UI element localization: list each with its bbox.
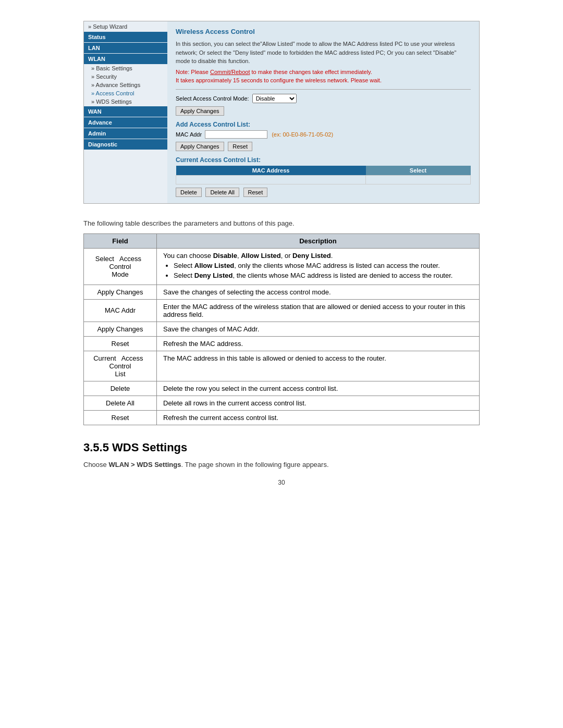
- desc-cell-8: Delete all rows in the current access co…: [157, 396, 480, 410]
- field-cell-7: Delete: [84, 381, 157, 396]
- list-item-2: Select Deny Listed, the clients whose MA…: [174, 272, 473, 279]
- mac-addr-label: MAC Addr: [176, 131, 202, 138]
- delete-button[interactable]: Delete: [176, 188, 202, 197]
- desc-table-header-field: Field: [84, 233, 157, 248]
- table-row: Apply Changes Save the changes of MAC Ad…: [84, 322, 480, 336]
- sidebar-header-diagnostic[interactable]: Diagnostic: [84, 139, 167, 150]
- table-row: Delete Delete the row you select in the …: [84, 381, 480, 396]
- mode-form-row: Select Access Control Mode: Disable Allo…: [176, 94, 471, 103]
- desc-cell-9: Refresh the current access control list.: [157, 410, 480, 425]
- sidebar-header-status[interactable]: Status: [84, 32, 167, 42]
- table-row: Reset Refresh the current access control…: [84, 410, 480, 425]
- sidebar-sub-basic-settings[interactable]: » Basic Settings: [84, 64, 167, 72]
- bullet-list-1: Select Allow Listed, only the clients wh…: [163, 262, 473, 279]
- table-header-select: Select: [366, 166, 471, 176]
- desc-cell-5: Refresh the MAC address.: [157, 336, 480, 351]
- current-section-title: Current Access Control List:: [176, 156, 471, 164]
- divider-1: [176, 89, 471, 90]
- commit-reboot-link[interactable]: Commit/Reboot: [210, 69, 250, 75]
- field-cell-8: Delete All: [84, 396, 157, 410]
- wds-section-intro: Choose WLAN > WDS Settings. The page sho…: [83, 461, 480, 468]
- list-item-1: Select Allow Listed, only the clients wh…: [174, 262, 473, 269]
- sidebar-header-wlan[interactable]: WLAN: [84, 54, 167, 64]
- reset-button-1[interactable]: Reset: [228, 142, 252, 151]
- desc-cell-1: You can choose Disable, Allow Listed, or…: [157, 248, 480, 285]
- sidebar-sub-security[interactable]: » Security: [84, 72, 167, 81]
- field-cell-1: Select Access ControlMode: [84, 248, 157, 285]
- desc-cell-3: Enter the MAC address of the wireless st…: [157, 299, 480, 322]
- note-line2: It takes approximately 15 seconds to con…: [176, 77, 382, 83]
- mac-row: MAC Addr (ex: 00-E0-86-71-05-02): [176, 130, 471, 139]
- table-header-mac: MAC Address: [176, 166, 366, 176]
- doc-content: The following table describes the parame…: [83, 219, 480, 486]
- add-section-title: Add Access Control List:: [176, 121, 471, 128]
- intro-text: The following table describes the parame…: [83, 219, 480, 227]
- mode-label: Select Access Control Mode:: [176, 95, 249, 102]
- apply-changes-button-1[interactable]: Apply Changes: [176, 106, 224, 116]
- wds-section-heading: 3.5.5 WDS Settings: [83, 441, 480, 454]
- sidebar-header-admin[interactable]: Admin: [84, 128, 167, 139]
- router-ui-screenshot: » Setup Wizard Status LAN WLAN » Basic S…: [83, 21, 480, 204]
- table-row: Reset Refresh the MAC address.: [84, 336, 480, 351]
- sidebar-header-wan[interactable]: WAN: [84, 106, 167, 117]
- table-row-empty: [176, 175, 471, 184]
- main-panel: Wireless Access Control In this section,…: [167, 21, 479, 203]
- apply-changes-button-2[interactable]: Apply Changes: [176, 142, 224, 151]
- page-wrapper: » Setup Wizard Status LAN WLAN » Basic S…: [0, 0, 563, 507]
- desc-table-header-desc: Description: [157, 233, 480, 248]
- description-text: In this section, you can select the"Allo…: [176, 40, 471, 66]
- field-cell-2: Apply Changes: [84, 285, 157, 299]
- table-row: MAC Addr Enter the MAC address of the wi…: [84, 299, 480, 322]
- sidebar-header-lan[interactable]: LAN: [84, 43, 167, 53]
- sidebar-sub-advance-settings[interactable]: » Advance Settings: [84, 81, 167, 89]
- sidebar-item-setup-wizard[interactable]: » Setup Wizard: [84, 21, 167, 32]
- table-row: Select Access ControlMode You can choose…: [84, 248, 480, 285]
- field-cell-3: MAC Addr: [84, 299, 157, 322]
- desc-cell-2: Save the changes of selecting the access…: [157, 285, 480, 299]
- field-cell-5: Reset: [84, 336, 157, 351]
- reset-button-2[interactable]: Reset: [243, 188, 268, 197]
- page-number: 30: [83, 479, 480, 486]
- mac-hint: (ex: 00-E0-86-71-05-02): [272, 131, 333, 138]
- mode-select[interactable]: Disable Allow Listed Deny Listed: [252, 94, 297, 103]
- table-row: Apply Changes Save the changes of select…: [84, 285, 480, 299]
- desc-cell-4: Save the changes of MAC Addr.: [157, 322, 480, 336]
- desc-cell-6: The MAC address in this table is allowed…: [157, 351, 480, 381]
- wireless-access-control-title: Wireless Access Control: [176, 28, 471, 35]
- table-row: Delete All Delete all rows in the curren…: [84, 396, 480, 410]
- sidebar-sub-wds-settings[interactable]: » WDS Settings: [84, 97, 167, 106]
- mac-addr-input[interactable]: [205, 130, 267, 139]
- access-control-table: MAC Address Select: [176, 166, 471, 184]
- field-cell-6: Current Access ControlList: [84, 351, 157, 381]
- desc-cell-7: Delete the row you select in the current…: [157, 381, 480, 396]
- field-cell-4: Apply Changes: [84, 322, 157, 336]
- description-table: Field Description Select Access ControlM…: [83, 233, 480, 425]
- field-cell-9: Reset: [84, 410, 157, 425]
- delete-all-button[interactable]: Delete All: [205, 188, 239, 197]
- sidebar-header-advance[interactable]: Advance: [84, 117, 167, 128]
- sidebar: » Setup Wizard Status LAN WLAN » Basic S…: [84, 21, 167, 203]
- sidebar-sub-access-control[interactable]: » Access Control: [84, 89, 167, 97]
- current-list-section: Current Access Control List: MAC Address…: [176, 156, 471, 197]
- table-row: Current Access ControlList The MAC addre…: [84, 351, 480, 381]
- note-text: Note: Please Commit/Reboot to make these…: [176, 68, 471, 85]
